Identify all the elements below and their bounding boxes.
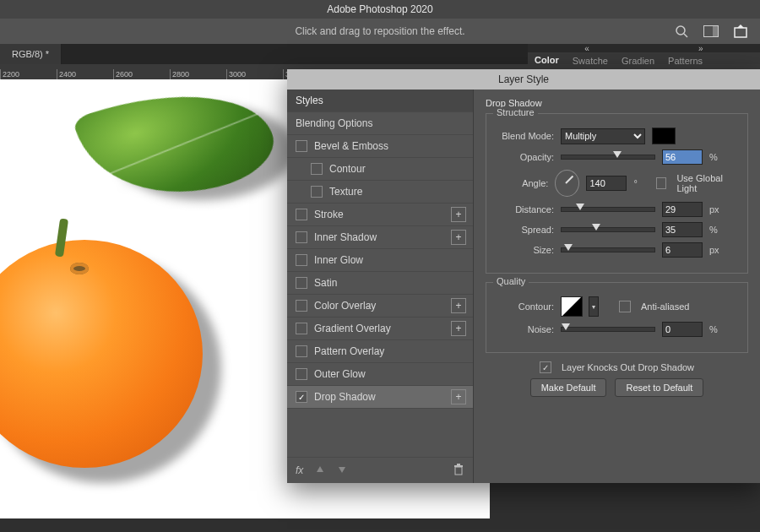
checkbox-color-overlay[interactable] — [296, 300, 307, 312]
distance-unit: px — [709, 204, 726, 214]
spread-slider[interactable] — [561, 227, 655, 232]
style-pattern-overlay[interactable]: Pattern Overlay — [287, 340, 473, 363]
angle-unit: ° — [633, 178, 649, 188]
opacity-input[interactable] — [662, 149, 703, 165]
contour-label: Contour: — [495, 301, 554, 312]
svg-line-1 — [684, 34, 687, 37]
style-drop-shadow[interactable]: Drop Shadow+ — [287, 386, 473, 409]
spread-input[interactable] — [662, 222, 703, 237]
style-color-overlay[interactable]: Color Overlay+ — [287, 295, 473, 318]
noise-input[interactable] — [662, 322, 703, 337]
search-icon[interactable] — [675, 24, 688, 38]
distance-label: Distance: — [495, 204, 554, 214]
noise-unit: % — [709, 324, 726, 334]
add-inner-shadow-icon[interactable]: + — [451, 230, 466, 245]
add-drop-shadow-icon[interactable]: + — [451, 389, 466, 404]
noise-slider[interactable] — [561, 327, 655, 332]
checkbox-texture[interactable] — [311, 186, 323, 198]
checkbox-drop-shadow[interactable] — [296, 391, 307, 403]
angle-input[interactable] — [586, 176, 627, 191]
angle-label: Angle: — [495, 178, 548, 188]
structure-group: Structure Blend Mode: Multiply Opacity: … — [486, 113, 748, 274]
svg-rect-3 — [713, 26, 719, 37]
parameters-column: Drop Shadow Structure Blend Mode: Multip… — [474, 90, 760, 483]
app-title: Adobe Photoshop 2020 — [327, 3, 432, 15]
checkbox-outer-glow[interactable] — [296, 368, 307, 380]
add-gradient-overlay-icon[interactable]: + — [451, 321, 466, 336]
style-satin[interactable]: Satin — [287, 272, 473, 295]
quality-label: Quality — [493, 276, 529, 286]
checkbox-contour[interactable] — [311, 163, 323, 175]
checkbox-stroke[interactable] — [296, 209, 307, 220]
checkbox-inner-shadow[interactable] — [296, 231, 307, 243]
style-blending-options[interactable]: Blending Options — [287, 112, 473, 135]
styles-header[interactable]: Styles — [287, 90, 473, 112]
hint-text: Click and drag to reposition the effect. — [295, 25, 464, 37]
style-gradient-overlay[interactable]: Gradient Overlay+ — [287, 318, 473, 340]
size-slider[interactable] — [561, 247, 655, 252]
style-outer-glow[interactable]: Outer Glow — [287, 363, 473, 386]
blend-mode-select[interactable]: Multiply — [561, 128, 645, 144]
style-inner-glow[interactable]: Inner Glow — [287, 249, 473, 272]
svg-rect-6 — [454, 465, 463, 467]
opacity-label: Opacity: — [495, 152, 554, 162]
opacity-unit: % — [709, 152, 726, 162]
size-unit: px — [709, 245, 726, 255]
contour-picker[interactable] — [561, 296, 583, 317]
app-title-bar: Adobe Photoshop 2020 — [0, 0, 760, 19]
add-stroke-icon[interactable]: + — [451, 207, 466, 222]
styles-column: Styles Blending Options Bevel & Emboss C… — [287, 90, 474, 483]
document-tab-label: RGB/8) * — [12, 49, 49, 59]
size-label: Size: — [495, 245, 554, 255]
trash-icon[interactable] — [453, 464, 464, 478]
distance-slider[interactable] — [561, 207, 655, 212]
checkbox-inner-glow[interactable] — [296, 254, 307, 266]
style-stroke[interactable]: Stroke+ — [287, 204, 473, 226]
checkbox-pattern-overlay[interactable] — [296, 345, 307, 357]
share-icon[interactable] — [734, 24, 747, 38]
style-texture[interactable]: Texture — [287, 181, 473, 204]
shadow-color-swatch[interactable] — [652, 128, 676, 144]
contour-dropdown-icon[interactable]: ▾ — [589, 296, 599, 317]
size-input[interactable] — [662, 242, 703, 258]
svg-rect-4 — [735, 28, 746, 37]
quality-group: Quality Contour: ▾ Anti-aliased Noise: % — [486, 282, 748, 353]
hint-bar: Click and drag to reposition the effect. — [0, 19, 760, 44]
style-contour[interactable]: Contour — [287, 158, 473, 181]
checkbox-bevel[interactable] — [296, 140, 307, 152]
document-tab[interactable]: RGB/8) * — [0, 44, 62, 64]
canvas-orange-shape — [0, 240, 203, 468]
spread-unit: % — [709, 225, 726, 235]
style-bevel-emboss[interactable]: Bevel & Emboss — [287, 135, 473, 158]
move-down-icon[interactable] — [337, 464, 347, 477]
opacity-slider[interactable] — [561, 155, 655, 160]
checkbox-satin[interactable] — [296, 277, 307, 289]
distance-input[interactable] — [662, 202, 703, 217]
anti-aliased-checkbox[interactable] — [619, 301, 631, 312]
dialog-title[interactable]: Layer Style — [287, 69, 760, 90]
add-color-overlay-icon[interactable]: + — [451, 298, 466, 313]
style-inner-shadow[interactable]: Inner Shadow+ — [287, 226, 473, 249]
knockout-label: Layer Knocks Out Drop Shadow — [562, 362, 694, 372]
knockout-checkbox[interactable] — [540, 361, 551, 373]
use-global-light-checkbox[interactable] — [656, 177, 667, 189]
reset-default-button[interactable]: Reset to Default — [615, 378, 703, 397]
angle-dial[interactable] — [555, 170, 579, 197]
blend-mode-label: Blend Mode: — [495, 131, 554, 141]
ruler-tick: 3000 — [226, 69, 283, 79]
workspace-icon[interactable] — [703, 25, 719, 37]
svg-point-0 — [676, 26, 685, 35]
canvas-leaf-shape — [72, 62, 282, 224]
ruler-tick: 2200 — [0, 69, 57, 79]
move-up-icon[interactable] — [315, 464, 325, 477]
make-default-button[interactable]: Make Default — [530, 378, 607, 397]
fx-label[interactable]: fx — [296, 464, 303, 476]
structure-label: Structure — [493, 107, 538, 117]
layer-style-dialog[interactable]: Layer Style Styles Blending Options Beve… — [287, 69, 760, 483]
anti-aliased-label: Anti-aliased — [641, 301, 689, 312]
spread-label: Spread: — [495, 225, 554, 235]
noise-label: Noise: — [495, 324, 554, 334]
ruler-tick: 2400 — [57, 69, 113, 79]
checkbox-gradient-overlay[interactable] — [296, 323, 307, 334]
ruler-tick: 2800 — [170, 69, 226, 79]
